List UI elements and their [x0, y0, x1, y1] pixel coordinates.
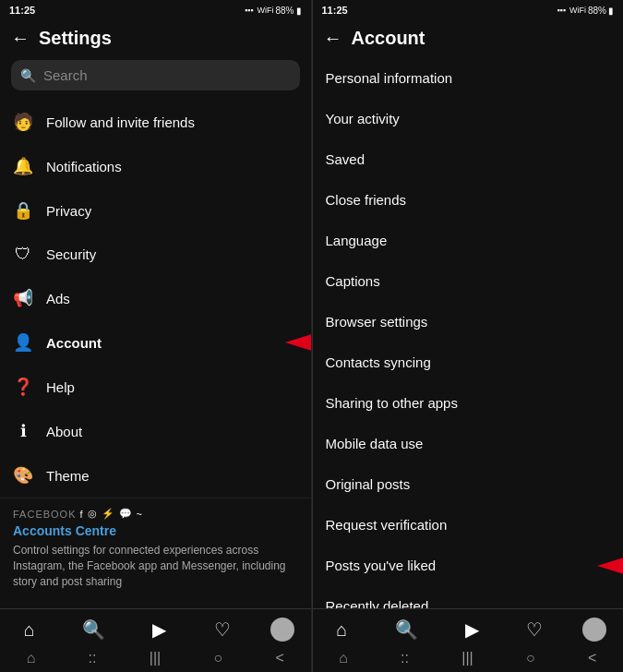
- security-label: Security: [46, 246, 96, 262]
- facebook-section: FACEBOOK f ◎ ⚡ 💬 ~ Accounts Centre Contr…: [0, 498, 311, 598]
- account-item-language[interactable]: Language: [313, 221, 624, 261]
- svg-marker-0: [285, 327, 311, 358]
- menu-item-help[interactable]: ❓ Help: [0, 365, 311, 409]
- left-back-button[interactable]: ←: [11, 28, 30, 49]
- right-header: ← Account: [313, 20, 624, 54]
- right-nav-reels-icon[interactable]: ▶: [458, 617, 486, 642]
- account-item-personal[interactable]: Personal information: [313, 58, 624, 99]
- account-item-activity[interactable]: Your activity: [313, 99, 624, 139]
- right-sys-grid-icon[interactable]: ::: [401, 650, 409, 666]
- right-signal-icon: ▪▪▪: [557, 6, 566, 15]
- language-label: Language: [326, 233, 388, 248]
- privacy-label: Privacy: [46, 203, 91, 219]
- account-item-contacts[interactable]: Contacts syncing: [313, 342, 624, 383]
- facebook-social-icons: f ◎ ⚡ 💬 ~: [80, 508, 144, 520]
- sys-menu-icon[interactable]: |||: [150, 650, 161, 666]
- help-label: Help: [46, 379, 75, 395]
- menu-item-follow[interactable]: 🧑 Follow and invite friends: [0, 100, 311, 144]
- right-back-button[interactable]: ←: [324, 28, 342, 49]
- ms-icon: 💬: [119, 508, 133, 520]
- account-item-deleted[interactable]: Recently deleted: [313, 586, 624, 608]
- left-panel: 11:25 ▪▪▪ WiFi 88% ▮ ← Settings 🔍 Search…: [0, 0, 312, 672]
- menu-item-security[interactable]: 🛡 Security: [0, 233, 311, 276]
- liked-label: Posts you've liked: [326, 558, 437, 573]
- right-nav-heart-icon[interactable]: ♡: [519, 617, 550, 642]
- accounts-centre-link[interactable]: Accounts Centre: [13, 523, 298, 538]
- ig-icon: ◎: [88, 508, 98, 520]
- about-label: About: [46, 424, 82, 439]
- nav-search-icon[interactable]: 🔍: [75, 617, 113, 642]
- account-item-verification[interactable]: Request verification: [313, 505, 624, 546]
- right-sys-recent-icon[interactable]: <: [588, 650, 596, 666]
- captions-label: Captions: [326, 273, 380, 289]
- right-sys-back-icon[interactable]: ○: [526, 650, 535, 666]
- menu-item-about[interactable]: ℹ About: [0, 409, 311, 453]
- notifications-label: Notifications: [46, 159, 122, 174]
- fb-icon: f: [80, 509, 84, 520]
- nav-heart-icon[interactable]: ♡: [207, 617, 238, 642]
- account-item-mobile-data[interactable]: Mobile data use: [313, 424, 624, 464]
- left-battery: 88%: [275, 6, 294, 16]
- left-time: 11:25: [9, 5, 35, 16]
- account-item-saved[interactable]: Saved: [313, 139, 624, 180]
- account-red-arrow: [285, 327, 311, 358]
- right-battery-icon: ▮: [608, 6, 614, 16]
- menu-item-privacy[interactable]: 🔒 Privacy: [0, 188, 311, 233]
- account-icon: 👤: [13, 332, 33, 353]
- right-battery: 88%: [588, 6, 606, 16]
- browser-label: Browser settings: [326, 314, 428, 330]
- mobile-data-label: Mobile data use: [326, 436, 424, 451]
- help-icon: ❓: [13, 377, 33, 397]
- saved-label: Saved: [326, 151, 365, 167]
- nav-home-icon[interactable]: ⌂: [17, 618, 42, 642]
- search-placeholder: Search: [43, 67, 88, 83]
- right-nav-avatar[interactable]: [582, 618, 606, 642]
- account-item-close-friends[interactable]: Close friends: [313, 180, 624, 221]
- right-nav-home-icon[interactable]: ⌂: [329, 618, 354, 642]
- menu-item-ads[interactable]: 📢 Ads: [0, 276, 311, 320]
- sys-back-icon[interactable]: ○: [214, 650, 223, 666]
- settings-menu-list: 🧑 Follow and invite friends 🔔 Notificati…: [0, 96, 311, 608]
- deleted-label: Recently deleted: [326, 598, 429, 608]
- menu-item-account[interactable]: 👤 Account: [0, 320, 311, 365]
- right-panel: 11:25 ▪▪▪ WiFi 88% ▮ ← Account Personal …: [312, 0, 624, 672]
- left-bottom-nav: ⌂ 🔍 ▶ ♡: [0, 608, 311, 646]
- theme-icon: 🎨: [13, 465, 33, 486]
- sys-home-icon[interactable]: ⌂: [27, 650, 36, 666]
- nav-reels-icon[interactable]: ▶: [145, 617, 174, 642]
- right-status-icons: ▪▪▪ WiFi 88% ▮: [557, 6, 614, 16]
- follow-label: Follow and invite friends: [46, 114, 195, 130]
- about-icon: ℹ: [13, 421, 33, 441]
- liked-red-arrow: [597, 550, 623, 582]
- account-item-original-posts[interactable]: Original posts: [313, 464, 624, 505]
- account-item-captions[interactable]: Captions: [313, 261, 624, 302]
- menu-item-notifications[interactable]: 🔔 Notifications: [0, 144, 311, 188]
- search-box[interactable]: 🔍 Search: [11, 60, 300, 90]
- search-icon: 🔍: [20, 68, 36, 83]
- left-title: Settings: [39, 28, 112, 49]
- right-title: Account: [352, 28, 425, 49]
- ads-icon: 📢: [13, 288, 33, 308]
- nav-avatar[interactable]: [270, 618, 294, 642]
- sharing-label: Sharing to other apps: [326, 395, 458, 411]
- wp-icon: ~: [137, 509, 143, 520]
- left-status-icons: ▪▪▪ WiFi 88% ▮: [245, 6, 302, 16]
- account-item-liked[interactable]: Posts you've liked: [313, 546, 624, 586]
- right-sys-home-icon[interactable]: ⌂: [339, 650, 348, 666]
- right-sys-menu-icon[interactable]: |||: [461, 650, 473, 666]
- left-header: ← Settings: [0, 20, 311, 54]
- right-system-nav: ⌂ :: ||| ○ <: [313, 646, 624, 672]
- sys-grid-icon[interactable]: ::: [89, 650, 97, 666]
- menu-item-theme[interactable]: 🎨 Theme: [0, 453, 311, 498]
- account-item-browser[interactable]: Browser settings: [313, 302, 624, 342]
- activity-label: Your activity: [326, 111, 400, 126]
- signal-icon: ▪▪▪: [245, 6, 254, 15]
- right-nav-search-icon[interactable]: 🔍: [388, 617, 425, 642]
- verification-label: Request verification: [326, 517, 448, 533]
- account-item-sharing[interactable]: Sharing to other apps: [313, 383, 624, 424]
- right-time: 11:25: [322, 5, 348, 16]
- theme-label: Theme: [46, 468, 90, 484]
- sys-recent-icon[interactable]: <: [275, 650, 283, 666]
- close-friends-label: Close friends: [326, 192, 407, 208]
- contacts-label: Contacts syncing: [326, 354, 431, 370]
